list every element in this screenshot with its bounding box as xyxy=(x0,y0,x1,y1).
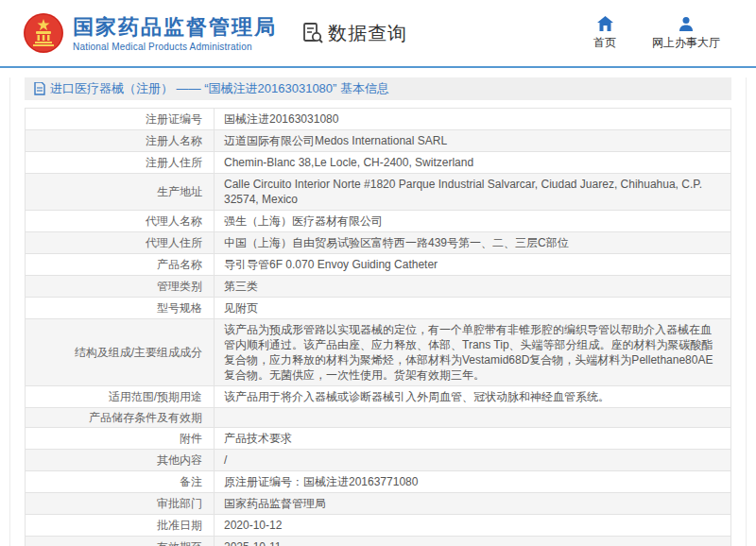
table-row: 型号规格见附页 xyxy=(26,298,730,319)
site-subtitle: National Medical Products Administration xyxy=(73,42,277,52)
table-row: 管理类别第三类 xyxy=(26,276,730,298)
row-label: 审批部门 xyxy=(26,493,215,514)
header-divider xyxy=(0,66,756,68)
table-row: 有效期至2025-10-11 xyxy=(26,537,730,546)
row-label: 注册人名称 xyxy=(26,130,215,151)
row-value: Calle Circuito Interior Norte #1820 Parq… xyxy=(215,174,730,210)
document-icon xyxy=(34,82,45,95)
header-nav: 首页 网上办事大厅 xyxy=(593,16,720,51)
site-header: 国家药品监督管理局 National Medical Products Admi… xyxy=(0,0,756,66)
table-row: 适用范围/预期用途该产品用于将介入器械或诊断器械引入外周血管、冠状动脉和神经血管… xyxy=(26,386,730,408)
row-label: 有效期至 xyxy=(26,537,215,546)
row-value: 2020-10-12 xyxy=(215,515,730,536)
site-title: 国家药品监督管理局 xyxy=(73,15,277,40)
row-label: 产品储存条件及有效期 xyxy=(26,408,215,427)
table-row: 注册人名称迈道国际有限公司Medos International SARL xyxy=(26,130,730,152)
row-value: 第三类 xyxy=(215,276,730,297)
breadcrumb-text: 进口医疗器械（注册） —— “国械注进20163031080” 基本信息 xyxy=(50,80,389,97)
table-row: 代理人住所中国（上海）自由贸易试验区富特西一路439号第一、二、三层C部位 xyxy=(26,232,730,254)
nav-service-hall[interactable]: 网上办事大厅 xyxy=(652,16,720,51)
content-container: 进口医疗器械（注册） —— “国械注进20163031080” 基本信息 注册证… xyxy=(9,77,747,546)
row-value: 原注册证编号：国械注进20163771080 xyxy=(215,471,730,492)
row-value: / xyxy=(215,450,730,470)
row-label: 注册人住所 xyxy=(26,152,215,173)
row-label: 备注 xyxy=(26,471,215,492)
nmpa-logo[interactable]: 国家药品监督管理局 National Medical Products Admi… xyxy=(23,12,277,54)
row-value: 国械注进20163031080 xyxy=(215,109,730,129)
breadcrumb: 进口医疗器械（注册） —— “国械注进20163031080” 基本信息 xyxy=(25,77,731,100)
row-value: 见附页 xyxy=(215,298,730,318)
row-label: 批准日期 xyxy=(26,515,215,536)
table-row: 生产地址Calle Circuito Interior Norte #1820 … xyxy=(26,174,730,211)
row-value: 国家药品监督管理局 xyxy=(215,493,730,514)
table-row: 代理人名称强生（上海）医疗器材有限公司 xyxy=(26,211,730,232)
row-label: 其他内容 xyxy=(26,450,215,470)
table-row: 批准日期2020-10-12 xyxy=(26,515,730,537)
nav-home-label: 首页 xyxy=(593,35,616,51)
national-emblem-icon xyxy=(23,12,64,54)
home-icon xyxy=(597,16,613,31)
table-row: 审批部门国家药品监督管理局 xyxy=(26,493,730,515)
table-row: 注册人住所Chemin-Blanc 38,Le Locle, CH-2400, … xyxy=(26,152,730,174)
row-value: 产品技术要求 xyxy=(215,428,730,449)
row-value: 迈道国际有限公司Medos International SARL xyxy=(215,130,730,151)
registration-info-table: 注册证编号国械注进20163031080注册人名称迈道国际有限公司Medos I… xyxy=(25,108,731,546)
table-row: 结构及组成/主要组成成分该产品为预成形管路以实现器械的定位，有一个单腔带有非锥形… xyxy=(26,319,730,386)
table-row: 产品储存条件及有效期 xyxy=(26,408,730,428)
table-row: 产品名称导引导管6F 0.070 Envoy Guiding Catheter xyxy=(26,254,730,276)
data-query-section[interactable]: 数据查询 xyxy=(301,21,407,46)
row-label: 附件 xyxy=(26,428,215,449)
row-value: 该产品用于将介入器械或诊断器械引入外周血管、冠状动脉和神经血管系统。 xyxy=(215,386,730,407)
row-value: Chemin-Blanc 38,Le Locle, CH-2400, Switz… xyxy=(215,152,730,173)
row-label: 型号规格 xyxy=(26,298,215,318)
row-value: 中国（上海）自由贸易试验区富特西一路439号第一、二、三层C部位 xyxy=(215,232,730,253)
row-label: 代理人名称 xyxy=(26,211,215,231)
data-query-label: 数据查询 xyxy=(328,21,407,46)
row-label: 管理类别 xyxy=(26,276,215,297)
user-icon xyxy=(679,16,694,31)
row-label: 适用范围/预期用途 xyxy=(26,386,215,407)
row-value: 该产品为预成形管路以实现器械的定位，有一个单腔带有非锥形腔的编织导管以帮助介入器… xyxy=(215,319,730,385)
table-row: 备注原注册证编号：国械注进20163771080 xyxy=(26,471,730,493)
table-row: 其他内容/ xyxy=(26,450,730,471)
row-label: 代理人住所 xyxy=(26,232,215,253)
nav-home[interactable]: 首页 xyxy=(593,16,616,51)
row-value: 导引导管6F 0.070 Envoy Guiding Catheter xyxy=(215,254,730,275)
row-value: 2025-10-11 xyxy=(215,537,730,546)
nav-service-hall-label: 网上办事大厅 xyxy=(652,35,720,51)
row-value: 强生（上海）医疗器材有限公司 xyxy=(215,211,730,231)
row-value xyxy=(215,408,730,427)
row-label: 注册证编号 xyxy=(26,109,215,129)
row-label: 结构及组成/主要组成成分 xyxy=(26,319,215,385)
row-label: 生产地址 xyxy=(26,174,215,210)
table-row: 注册证编号国械注进20163031080 xyxy=(26,109,730,130)
table-row: 附件产品技术要求 xyxy=(26,428,730,450)
row-label: 产品名称 xyxy=(26,254,215,275)
document-search-icon xyxy=(301,22,324,44)
